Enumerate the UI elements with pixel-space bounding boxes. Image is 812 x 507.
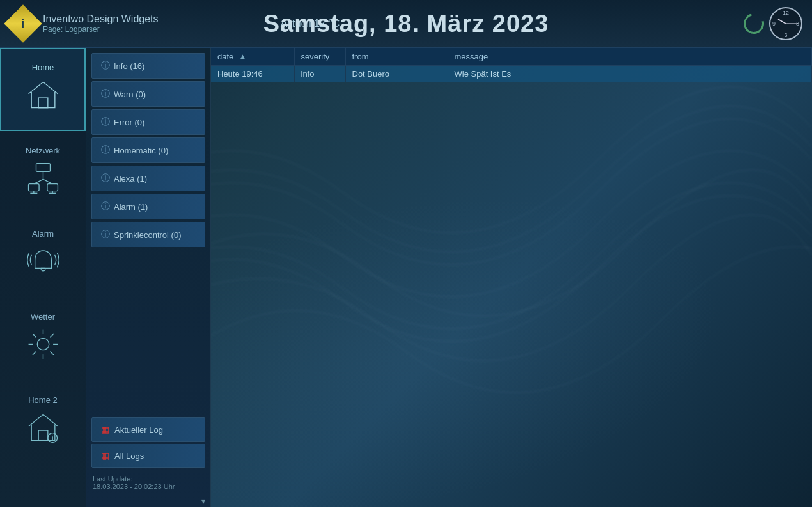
svg-point-24 <box>52 435 52 435</box>
filter-alexa-icon: ⓘ <box>101 173 110 184</box>
header-title-group: Inventwo Design Widgets Page: Logparser <box>43 13 159 34</box>
sidebar-item-alarm[interactable]: Alarm <box>0 214 86 297</box>
filter-alexa[interactable]: ⓘ Alexa (1) <box>91 166 205 191</box>
filter-warn-label: Warn (0) <box>114 90 146 99</box>
clock-area: 12 3 6 9 <box>744 7 802 40</box>
filter-alarm-icon: ⓘ <box>101 201 110 212</box>
filter-alexa-label: Alexa (1) <box>114 174 147 183</box>
last-update-value: 18.03.2023 - 20:02:23 Uhr <box>93 483 204 490</box>
action-all-logs[interactable]: ▦ All Logs <box>91 444 205 468</box>
svg-line-5 <box>33 179 43 183</box>
svg-point-12 <box>37 338 49 350</box>
filter-info-label: Info (16) <box>114 61 144 71</box>
clock-6: 6 <box>784 32 787 38</box>
netzwerk-icon <box>26 160 61 199</box>
sidebar-item-netzwerk[interactable]: Netzwerk <box>0 131 86 214</box>
sidebar-label-home: Home <box>32 63 54 72</box>
filter-warn[interactable]: ⓘ Warn (0) <box>91 81 205 107</box>
sidebar-item-home[interactable]: Home <box>0 48 86 131</box>
logo-diamond: i <box>4 4 42 42</box>
page-subtitle: Page: Logparser <box>43 25 159 34</box>
filter-info-icon: ⓘ <box>101 60 110 72</box>
header: i Inventwo Design Widgets Page: Logparse… <box>0 0 812 48</box>
aktueller-log-label: Aktueller Log <box>114 425 163 435</box>
table-header-row: date ▲ severity from message <box>211 48 812 66</box>
filter-sprinkle-icon: ⓘ <box>101 229 110 240</box>
svg-line-17 <box>33 334 36 338</box>
sort-arrow-date: ▲ <box>238 52 247 61</box>
date-display: Samstag, 18. März 2023 <box>263 10 549 38</box>
svg-rect-21 <box>38 430 48 441</box>
sidebar-label-netzwerk: Netzwerk <box>26 146 60 155</box>
logo-letter: i <box>21 17 25 31</box>
col-message-label: message <box>455 52 488 61</box>
svg-rect-2 <box>28 184 39 191</box>
filter-alarm-label: Alarm (1) <box>114 202 148 212</box>
clock-12: 12 <box>783 10 789 16</box>
col-header-severity[interactable]: severity <box>294 48 345 66</box>
table-cell-message: Wie Spät Ist Es <box>448 66 812 82</box>
svg-line-6 <box>43 179 52 183</box>
all-logs-label: All Logs <box>114 451 144 461</box>
app-title: Inventwo Design Widgets <box>43 13 159 25</box>
filter-sprinkle[interactable]: ⓘ Sprinklecontrol (0) <box>91 222 205 247</box>
table-row[interactable]: Heute 19:46infoDot BueroWie Spät Ist Es <box>211 66 812 82</box>
svg-rect-3 <box>47 184 58 191</box>
filter-warn-icon: ⓘ <box>101 88 110 100</box>
clock-face: 12 3 6 9 <box>769 7 802 40</box>
sidebar: Home Netzwerk <box>0 48 86 507</box>
sidebar-item-home2[interactable]: Home 2 <box>0 380 86 464</box>
col-header-date[interactable]: date ▲ <box>211 48 294 66</box>
logo-area: i Inventwo Design Widgets Page: Logparse… <box>10 10 159 37</box>
clock-minute-hand <box>786 24 798 24</box>
table-cell-from: Dot Buero <box>345 66 448 82</box>
log-table-body: Heute 19:46infoDot BueroWie Spät Ist Es <box>211 66 812 82</box>
alarm-icon <box>26 244 61 283</box>
sidebar-label-wetter: Wetter <box>31 312 55 322</box>
aktueller-log-icon: ▦ <box>101 425 109 435</box>
content-panel: ⓘ Info (16) ⓘ Warn (0) ⓘ Error (0) ⓘ Hom… <box>86 48 211 507</box>
action-aktueller-log[interactable]: ▦ Aktueller Log <box>91 417 205 442</box>
last-update-area: Last Update: 18.03.2023 - 20:02:23 Uhr <box>86 470 210 495</box>
col-header-message[interactable]: message <box>448 48 812 66</box>
svg-rect-0 <box>38 98 48 108</box>
refresh-icon <box>740 10 768 38</box>
col-header-from[interactable]: from <box>345 48 448 66</box>
filter-buttons: ⓘ Info (16) ⓘ Warn (0) ⓘ Error (0) ⓘ Hom… <box>86 48 210 250</box>
log-area: date ▲ severity from message Heute 19 <box>211 48 812 507</box>
col-from-label: from <box>352 52 369 61</box>
filter-homematic-label: Homematic (0) <box>114 146 168 155</box>
dropdown-indicator[interactable]: ▾ <box>86 495 210 507</box>
sidebar-item-wetter[interactable]: Wetter <box>0 297 86 380</box>
filter-homematic-icon: ⓘ <box>101 144 110 156</box>
filter-error-icon: ⓘ <box>101 116 110 128</box>
sidebar-label-home2: Home 2 <box>28 395 58 405</box>
table-cell-severity: info <box>294 66 345 82</box>
log-table: date ▲ severity from message Heute 19 <box>211 48 812 82</box>
last-update-label: Last Update: <box>93 475 204 483</box>
home2-icon <box>26 410 61 449</box>
svg-line-20 <box>33 352 36 355</box>
main-layout: Home Netzwerk <box>0 48 812 507</box>
sidebar-label-alarm: Alarm <box>32 229 54 238</box>
col-severity-label: severity <box>301 52 330 61</box>
svg-line-19 <box>50 334 54 338</box>
wetter-icon <box>26 327 61 366</box>
filter-error[interactable]: ⓘ Error (0) <box>91 109 205 135</box>
table-cell-date: Heute 19:46 <box>211 66 294 82</box>
filter-homematic[interactable]: ⓘ Homematic (0) <box>91 137 205 163</box>
home-icon <box>26 77 61 116</box>
all-logs-icon: ▦ <box>101 451 109 461</box>
clock-9: 9 <box>772 20 776 27</box>
filter-info[interactable]: ⓘ Info (16) <box>91 53 205 79</box>
filter-sprinkle-label: Sprinklecontrol (0) <box>114 230 182 240</box>
svg-rect-1 <box>36 164 50 172</box>
filter-alarm[interactable]: ⓘ Alarm (1) <box>91 194 205 219</box>
col-date-label: date <box>217 52 233 61</box>
action-buttons: ▦ Aktueller Log ▦ All Logs <box>86 416 210 470</box>
filter-error-label: Error (0) <box>114 118 144 127</box>
svg-line-18 <box>50 352 54 355</box>
